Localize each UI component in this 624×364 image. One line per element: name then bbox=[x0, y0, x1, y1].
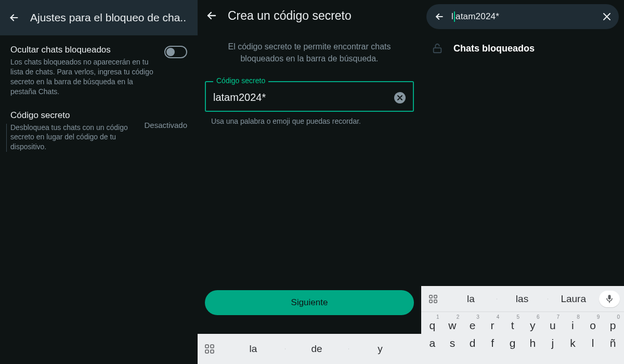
svg-rect-6 bbox=[434, 295, 437, 297]
svg-rect-0 bbox=[434, 48, 441, 53]
create-code-title: Crea un código secreto bbox=[228, 9, 352, 23]
settings-header: Ajustes para el bloqueo de cha.. bbox=[0, 0, 198, 35]
svg-rect-8 bbox=[434, 300, 437, 302]
search-result-title: Chats bloqueados bbox=[453, 43, 535, 54]
key-i[interactable]: 8i bbox=[563, 314, 583, 332]
key-j[interactable]: j bbox=[543, 334, 563, 349]
key-q[interactable]: 1q bbox=[422, 314, 443, 332]
back-icon[interactable] bbox=[5, 9, 23, 27]
key-l[interactable]: l bbox=[583, 334, 603, 349]
key-f[interactable]: f bbox=[483, 334, 503, 349]
keyboard-apps-icon[interactable] bbox=[198, 344, 222, 354]
secret-code-field[interactable]: Código secreto bbox=[205, 81, 414, 112]
key-p[interactable]: 0p bbox=[603, 314, 623, 332]
hide-locked-label: Ocultar chats bloqueados bbox=[10, 45, 157, 55]
hide-locked-toggle[interactable] bbox=[164, 46, 187, 58]
key-o[interactable]: 9o bbox=[583, 314, 603, 332]
create-code-panel: Crea un código secreto El código secreto… bbox=[198, 0, 421, 364]
secret-code-status: Desactivado bbox=[144, 121, 187, 129]
back-icon[interactable] bbox=[203, 7, 220, 24]
secret-code-input[interactable] bbox=[213, 92, 389, 103]
keyboard-panel2: la de y bbox=[198, 334, 421, 364]
mic-icon[interactable] bbox=[599, 291, 620, 307]
suggestion[interactable]: Laura bbox=[548, 293, 599, 305]
key-r[interactable]: 4r bbox=[483, 314, 503, 332]
key-s[interactable]: s bbox=[443, 334, 463, 349]
section-indicator bbox=[6, 124, 7, 152]
key-d[interactable]: d bbox=[462, 334, 483, 349]
next-button[interactable]: Siguiente bbox=[205, 290, 414, 315]
field-hint: Usa una palabra o emoji que puedas recor… bbox=[211, 117, 421, 125]
svg-rect-7 bbox=[430, 300, 432, 302]
key-a[interactable]: a bbox=[422, 334, 443, 349]
secret-code-label: Código secreto bbox=[10, 110, 137, 121]
search-bar[interactable]: latam2024* bbox=[426, 4, 619, 29]
key-k[interactable]: k bbox=[563, 334, 583, 349]
create-code-header: Crea un código secreto bbox=[198, 0, 421, 31]
suggestion[interactable]: y bbox=[348, 343, 412, 355]
field-legend: Código secreto bbox=[213, 76, 268, 85]
suggestion[interactable]: de bbox=[285, 343, 348, 355]
clear-search-icon[interactable] bbox=[601, 11, 613, 22]
key-g[interactable]: g bbox=[502, 334, 523, 349]
key-w[interactable]: 2w bbox=[443, 314, 463, 332]
key-e[interactable]: 3e bbox=[462, 314, 483, 332]
keyboard-panel3: la las Laura 1q2w3e4r5t6y7u8i9o0p asdfgh… bbox=[421, 286, 624, 364]
keyboard-row-1: 1q2w3e4r5t6y7u8i9o0p bbox=[421, 312, 624, 332]
search-query[interactable]: latam2024* bbox=[451, 11, 601, 22]
settings-panel: Ajustes para el bloqueo de cha.. Ocultar… bbox=[0, 0, 198, 364]
back-icon[interactable] bbox=[433, 10, 446, 23]
keyboard-row-2: asdfghjklñ bbox=[421, 332, 624, 349]
settings-title: Ajustes para el bloqueo de cha.. bbox=[30, 11, 186, 24]
suggestion[interactable]: la bbox=[445, 293, 497, 305]
key-h[interactable]: h bbox=[523, 334, 543, 349]
key-ñ[interactable]: ñ bbox=[603, 334, 623, 349]
svg-rect-4 bbox=[211, 350, 214, 353]
unlocked-icon bbox=[431, 42, 444, 55]
suggestion[interactable]: las bbox=[497, 293, 548, 305]
svg-rect-2 bbox=[211, 345, 214, 348]
svg-rect-3 bbox=[205, 350, 209, 353]
secret-code-section[interactable]: Código secreto Desbloquea tus chats con … bbox=[0, 97, 198, 152]
key-u[interactable]: 7u bbox=[543, 314, 563, 332]
hide-locked-section[interactable]: Ocultar chats bloqueados Los chats bloqu… bbox=[0, 35, 198, 97]
key-y[interactable]: 6y bbox=[523, 314, 543, 332]
svg-rect-1 bbox=[205, 345, 209, 348]
next-button-label: Siguiente bbox=[291, 297, 328, 308]
hide-locked-desc: Los chats bloqueados no aparecerán en tu… bbox=[10, 57, 157, 97]
suggestion[interactable]: la bbox=[222, 343, 285, 355]
secret-code-desc: Desbloquea tus chats con un código secre… bbox=[10, 123, 137, 152]
svg-rect-5 bbox=[430, 295, 432, 297]
svg-rect-9 bbox=[608, 295, 611, 300]
key-t[interactable]: 5t bbox=[502, 314, 523, 332]
search-result-locked-chats[interactable]: Chats bloqueados bbox=[421, 29, 624, 55]
text-cursor bbox=[454, 11, 455, 22]
keyboard-apps-icon[interactable] bbox=[421, 294, 445, 304]
create-code-intro: El código secreto te permite encontrar c… bbox=[198, 31, 421, 64]
clear-input-icon[interactable] bbox=[394, 92, 406, 103]
